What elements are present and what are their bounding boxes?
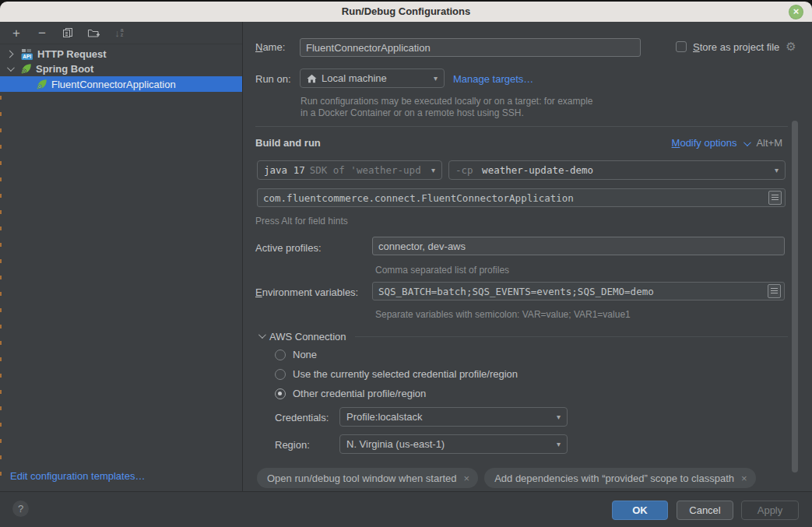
tree-item-label: HTTP Request xyxy=(37,48,107,60)
radio-icon[interactable] xyxy=(275,350,286,360)
title-bar: Run/Debug Configurations × xyxy=(0,2,812,22)
dialog-footer: ? OK Cancel Apply xyxy=(0,491,812,527)
name-label: Name: xyxy=(255,41,285,53)
sort-az-icon: az xyxy=(121,28,124,37)
modify-options-shortcut: Alt+M xyxy=(756,137,782,149)
remove-tag-icon[interactable]: × xyxy=(464,473,470,484)
chevron-down-icon[interactable] xyxy=(7,64,15,72)
copy-configuration-button[interactable] xyxy=(59,25,76,40)
environment-variables-hint: Separate variables with semicolon: VAR=v… xyxy=(375,309,631,320)
run-on-select[interactable]: Local machine ▾ xyxy=(300,69,445,88)
tree-item-label: Spring Boot xyxy=(36,63,93,75)
field-hints-tip: Press Alt for field hints xyxy=(255,216,348,227)
chevron-down-icon xyxy=(258,331,266,339)
copy-icon xyxy=(62,27,73,38)
classpath-value: weather-update-demo xyxy=(482,164,593,176)
aws-connection-header[interactable]: AWS Connection xyxy=(258,331,788,343)
remove-configuration-button[interactable]: − xyxy=(33,25,51,40)
tag-label: Open run/debug tool window when started xyxy=(267,473,457,484)
cancel-button[interactable]: Cancel xyxy=(677,501,733,520)
expand-field-icon[interactable] xyxy=(768,191,782,205)
radio-icon[interactable] xyxy=(275,369,286,380)
question-mark-icon: ? xyxy=(18,503,23,515)
active-profiles-value: connector, dev-aws xyxy=(378,241,466,252)
modify-options-link[interactable]: Modify options xyxy=(672,137,737,149)
credentials-value: Profile:localstack xyxy=(346,411,423,423)
vertical-scrollbar[interactable] xyxy=(792,121,798,473)
edit-configuration-templates-link[interactable]: Edit configuration templates… xyxy=(10,470,145,482)
active-profiles-input[interactable]: connector, dev-aws xyxy=(372,237,785,255)
tree-item-fluent-connector-application[interactable]: FluentConnectorApplication xyxy=(0,76,242,92)
remove-tag-icon[interactable]: × xyxy=(741,473,747,484)
run-on-label: Run on: xyxy=(255,73,291,85)
apply-button[interactable]: Apply xyxy=(741,501,799,520)
run-on-hint-line1: Run configurations may be executed local… xyxy=(301,96,593,107)
run-debug-configurations-dialog: + − ↓ az xyxy=(0,22,812,527)
radio-selected-icon[interactable] xyxy=(275,388,286,399)
region-select[interactable]: N. Virginia (us-east-1) ▾ xyxy=(339,434,568,454)
option-tags-row: Open run/debug tool window when started … xyxy=(257,468,756,488)
sort-configurations-button[interactable]: ↓ az xyxy=(111,25,128,40)
store-as-project-file-label: Store as project file xyxy=(693,41,779,53)
region-label: Region: xyxy=(275,439,310,451)
environment-variables-input[interactable]: SQS_BATCH=batch;SQS_EVENTS=events;SQS_DE… xyxy=(372,282,785,300)
chevron-down-icon xyxy=(743,139,751,146)
close-icon: × xyxy=(793,5,800,17)
configuration-form: Name: FluentConnectorApplication Store a… xyxy=(243,22,812,492)
minus-icon: − xyxy=(38,26,46,40)
tag-open-tool-window: Open run/debug tool window when started … xyxy=(257,468,478,488)
configurations-sidebar: + − ↓ az xyxy=(0,22,243,492)
dropdown-arrow-icon: ▾ xyxy=(775,166,779,174)
left-edge-ticks xyxy=(0,96,2,485)
aws-connection-title: AWS Connection xyxy=(269,331,346,343)
close-window-button[interactable]: × xyxy=(789,5,803,19)
spring-boot-icon xyxy=(36,79,47,90)
tag-label: Add dependencies with “provided” scope t… xyxy=(494,473,734,484)
add-configuration-button[interactable]: + xyxy=(8,25,25,40)
manage-targets-link[interactable]: Manage targets… xyxy=(453,73,533,85)
section-divider xyxy=(255,126,788,127)
tree-item-label: FluentConnectorApplication xyxy=(51,79,176,90)
environment-variables-label: Environment variables: xyxy=(255,286,358,298)
aws-option-label: Use the currently selected credential pr… xyxy=(293,368,518,380)
window-title: Run/Debug Configurations xyxy=(0,2,812,22)
jdk-description: SDK of 'weather-upd xyxy=(310,164,427,176)
dropdown-arrow-icon: ▾ xyxy=(557,413,561,421)
credentials-select[interactable]: Profile:localstack ▾ xyxy=(339,407,568,427)
store-as-project-file-checkbox[interactable] xyxy=(676,41,687,52)
aws-option-none[interactable]: None xyxy=(275,348,317,361)
aws-option-label: Other credential profile/region xyxy=(293,388,426,399)
jdk-select[interactable]: java 17 SDK of 'weather-upd ▾ xyxy=(257,160,442,180)
chevron-right-icon[interactable] xyxy=(6,51,14,58)
main-class-input[interactable]: com.fluentcommerce.connect.FluentConnect… xyxy=(257,188,786,207)
build-and-run-title: Build and run xyxy=(255,137,321,149)
tree-item-spring-boot[interactable]: Spring Boot xyxy=(0,61,242,76)
aws-option-current-profile[interactable]: Use the currently selected credential pr… xyxy=(275,367,518,381)
new-folder-button[interactable] xyxy=(85,25,102,40)
configurations-tree: API HTTP Request Spring Boot xyxy=(0,44,242,92)
modify-options-row: Modify options Alt+M xyxy=(672,137,782,149)
environment-variables-value: SQS_BATCH=batch;SQS_EVENTS=events;SQS_DE… xyxy=(378,286,654,297)
active-profiles-hint: Comma separated list of profiles xyxy=(375,265,509,276)
store-as-project-file-row: Store as project file xyxy=(676,40,796,54)
classpath-select[interactable]: -cp weather-update-demo ▾ xyxy=(448,160,786,180)
new-folder-icon xyxy=(87,27,100,38)
svg-text:API: API xyxy=(23,54,31,59)
tree-item-http-request[interactable]: API HTTP Request xyxy=(0,47,242,61)
plus-icon: + xyxy=(12,26,20,40)
gear-icon[interactable] xyxy=(786,40,796,54)
sidebar-toolbar: + − ↓ az xyxy=(0,22,242,44)
aws-option-other-profile[interactable]: Other credential profile/region xyxy=(275,387,426,400)
name-input[interactable]: FluentConnectorApplication xyxy=(300,38,641,57)
dropdown-arrow-icon: ▾ xyxy=(557,440,561,448)
tag-add-provided-dependencies: Add dependencies with “provided” scope t… xyxy=(484,468,755,488)
spring-boot-icon xyxy=(20,63,32,75)
help-button[interactable]: ? xyxy=(12,501,29,517)
aws-header-rule xyxy=(355,336,788,337)
classpath-flag: -cp xyxy=(455,164,479,176)
name-value: FluentConnectorApplication xyxy=(306,42,431,54)
ok-button[interactable]: OK xyxy=(612,501,668,520)
expand-field-icon[interactable] xyxy=(768,284,781,298)
main-class-value: com.fluentcommerce.connect.FluentConnect… xyxy=(263,192,574,204)
credentials-label: Credentials: xyxy=(275,412,329,423)
